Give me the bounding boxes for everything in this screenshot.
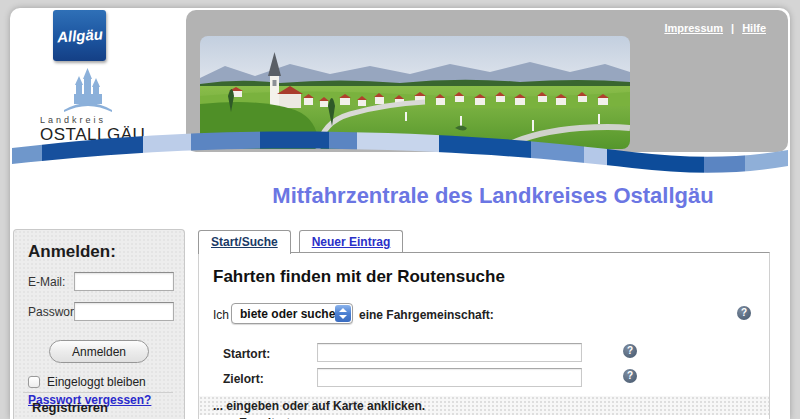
row1-suffix: eine Fahrgemeinschaft: — [359, 308, 494, 322]
startort-input[interactable] — [317, 343, 582, 362]
content-heading: Fahrten finden mit der Routensuche — [213, 267, 769, 287]
remember-checkbox[interactable] — [28, 376, 40, 388]
wave-decoration — [12, 128, 788, 176]
select-arrows-icon — [335, 305, 351, 322]
startort-row: Startort: ? — [199, 342, 769, 367]
map-hint-text: ... eingeben oder auf Karte anklicken. — [213, 399, 425, 413]
castle-icon — [62, 66, 114, 114]
page-container: Impressum|Hilfe — [10, 8, 790, 419]
help-icon-startort[interactable]: ? — [623, 344, 637, 358]
map-hint-row: ... eingeben oder auf Karte anklicken. — [199, 396, 769, 415]
row1-prefix: Ich — [213, 308, 229, 322]
tab-neuer-eintrag[interactable]: Neuer Eintrag — [299, 230, 404, 253]
login-panel: Anmelden: E-Mail: Passwort: Anmelden Ein… — [13, 229, 185, 419]
landkreis-label: Landkreis — [40, 115, 170, 125]
advanced-toggle[interactable]: ► Erweitert — [199, 415, 769, 419]
impressum-link[interactable]: Impressum — [664, 22, 723, 34]
zielort-input[interactable] — [317, 368, 582, 387]
zielort-label: Zielort: — [223, 372, 264, 386]
ride-type-value: biete oder suche — [240, 307, 335, 321]
ride-type-select[interactable]: biete oder suche — [231, 303, 353, 324]
allgaeu-logo-text: Allgäu — [56, 25, 103, 45]
tab-bar: Start/Suche Neuer Eintrag — [198, 230, 411, 253]
ride-type-row: Ich biete oder suche eine Fahrgemeinscha… — [199, 303, 769, 333]
hilfe-link[interactable]: Hilfe — [742, 22, 766, 34]
login-heading: Anmelden: — [28, 242, 184, 262]
page-title: Mitfahrzentrale des Landkreises Ostallgä… — [196, 183, 790, 209]
link-separator: | — [731, 22, 734, 34]
remember-label: Eingeloggt bleiben — [47, 375, 146, 389]
help-icon-ride-type[interactable]: ? — [737, 306, 751, 320]
login-button[interactable]: Anmelden — [49, 340, 149, 363]
allgaeu-logo[interactable]: Allgäu — [53, 10, 106, 61]
startort-label: Startort: — [223, 347, 270, 361]
help-icon-zielort[interactable]: ? — [623, 369, 637, 383]
register-heading: Registrieren — [32, 400, 108, 415]
email-field[interactable] — [74, 272, 174, 291]
zielort-row: Zielort: ? — [199, 367, 769, 392]
tab-start-suche[interactable]: Start/Suche — [198, 230, 291, 254]
password-label: Passwort: — [28, 305, 81, 319]
header-links: Impressum|Hilfe — [664, 22, 766, 34]
sidebar-divider — [23, 392, 173, 393]
password-field[interactable] — [74, 302, 174, 321]
main-panel: Fahrten finden mit der Routensuche Ich b… — [198, 252, 770, 419]
email-label: E-Mail: — [28, 275, 65, 289]
